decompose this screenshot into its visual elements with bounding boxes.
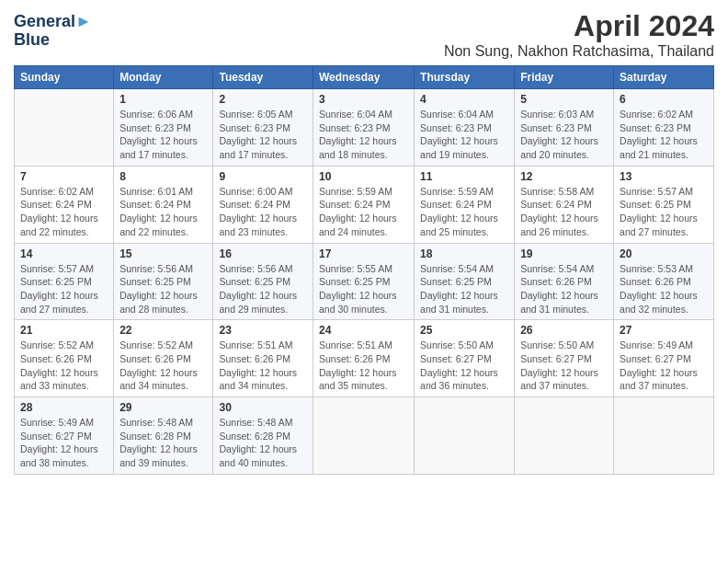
table-row: 5Sunrise: 6:03 AM Sunset: 6:23 PM Daylig…: [515, 89, 614, 167]
table-row: 25Sunrise: 5:50 AM Sunset: 6:27 PM Dayli…: [415, 320, 515, 397]
day-number: 28: [20, 401, 108, 414]
day-info: Sunrise: 6:04 AM Sunset: 6:23 PM Dayligh…: [319, 108, 408, 162]
table-row: 18Sunrise: 5:54 AM Sunset: 6:25 PM Dayli…: [415, 243, 515, 320]
table-row: 14Sunrise: 5:57 AM Sunset: 6:25 PM Dayli…: [15, 243, 114, 320]
day-number: 2: [219, 93, 307, 106]
calendar-week-row: 7Sunrise: 6:02 AM Sunset: 6:24 PM Daylig…: [15, 166, 714, 243]
day-info: Sunrise: 6:03 AM Sunset: 6:23 PM Dayligh…: [520, 108, 608, 162]
day-info: Sunrise: 5:59 AM Sunset: 6:24 PM Dayligh…: [420, 185, 508, 239]
day-info: Sunrise: 5:58 AM Sunset: 6:24 PM Dayligh…: [520, 185, 608, 239]
table-row: 28Sunrise: 5:49 AM Sunset: 6:27 PM Dayli…: [15, 397, 114, 475]
day-info: Sunrise: 5:57 AM Sunset: 6:25 PM Dayligh…: [20, 262, 108, 316]
day-number: 11: [420, 170, 508, 183]
table-row: 1Sunrise: 6:06 AM Sunset: 6:23 PM Daylig…: [114, 89, 213, 167]
day-number: 13: [620, 170, 708, 183]
table-row: 12Sunrise: 5:58 AM Sunset: 6:24 PM Dayli…: [515, 166, 614, 243]
day-info: Sunrise: 6:02 AM Sunset: 6:23 PM Dayligh…: [620, 108, 708, 162]
col-monday: Monday: [114, 66, 213, 89]
col-saturday: Saturday: [614, 66, 714, 89]
table-row: 3Sunrise: 6:04 AM Sunset: 6:23 PM Daylig…: [313, 89, 414, 167]
day-info: Sunrise: 5:49 AM Sunset: 6:27 PM Dayligh…: [620, 339, 708, 393]
table-row: 19Sunrise: 5:54 AM Sunset: 6:26 PM Dayli…: [515, 243, 614, 320]
table-row: 22Sunrise: 5:52 AM Sunset: 6:26 PM Dayli…: [114, 320, 213, 397]
page-container: General►Blue April 2024 Non Sung, Nakhon…: [0, 0, 728, 484]
table-row: 27Sunrise: 5:49 AM Sunset: 6:27 PM Dayli…: [614, 320, 714, 397]
day-number: 19: [520, 247, 608, 260]
day-info: Sunrise: 5:50 AM Sunset: 6:27 PM Dayligh…: [420, 339, 508, 393]
table-row: 2Sunrise: 6:05 AM Sunset: 6:23 PM Daylig…: [213, 89, 313, 167]
day-info: Sunrise: 5:54 AM Sunset: 6:26 PM Dayligh…: [520, 262, 608, 316]
day-number: 1: [119, 93, 207, 106]
table-row: [415, 397, 515, 475]
header: General►Blue April 2024 Non Sung, Nakhon…: [14, 9, 714, 60]
day-info: Sunrise: 5:50 AM Sunset: 6:27 PM Dayligh…: [520, 339, 608, 393]
day-info: Sunrise: 5:52 AM Sunset: 6:26 PM Dayligh…: [119, 339, 207, 393]
day-number: 8: [119, 170, 207, 183]
table-row: 21Sunrise: 5:52 AM Sunset: 6:26 PM Dayli…: [15, 320, 114, 397]
table-row: 26Sunrise: 5:50 AM Sunset: 6:27 PM Dayli…: [515, 320, 614, 397]
day-number: 12: [520, 170, 608, 183]
day-info: Sunrise: 5:59 AM Sunset: 6:24 PM Dayligh…: [319, 185, 408, 239]
calendar-week-row: 14Sunrise: 5:57 AM Sunset: 6:25 PM Dayli…: [15, 243, 714, 320]
table-row: 13Sunrise: 5:57 AM Sunset: 6:25 PM Dayli…: [614, 166, 714, 243]
calendar-week-row: 28Sunrise: 5:49 AM Sunset: 6:27 PM Dayli…: [15, 397, 714, 475]
day-info: Sunrise: 6:04 AM Sunset: 6:23 PM Dayligh…: [420, 108, 508, 162]
day-number: 18: [420, 247, 508, 260]
day-info: Sunrise: 5:56 AM Sunset: 6:25 PM Dayligh…: [219, 262, 307, 316]
day-number: 25: [420, 324, 508, 337]
day-number: 23: [219, 324, 307, 337]
day-info: Sunrise: 6:01 AM Sunset: 6:24 PM Dayligh…: [119, 185, 207, 239]
table-row: 29Sunrise: 5:48 AM Sunset: 6:28 PM Dayli…: [114, 397, 213, 475]
day-info: Sunrise: 5:51 AM Sunset: 6:26 PM Dayligh…: [219, 339, 307, 393]
col-sunday: Sunday: [15, 66, 114, 89]
day-info: Sunrise: 6:06 AM Sunset: 6:23 PM Dayligh…: [119, 108, 207, 162]
table-row: 30Sunrise: 5:48 AM Sunset: 6:28 PM Dayli…: [213, 397, 313, 475]
day-number: 14: [20, 247, 108, 260]
day-info: Sunrise: 5:48 AM Sunset: 6:28 PM Dayligh…: [119, 416, 207, 470]
table-row: 4Sunrise: 6:04 AM Sunset: 6:23 PM Daylig…: [415, 89, 515, 167]
day-info: Sunrise: 5:57 AM Sunset: 6:25 PM Dayligh…: [620, 185, 708, 239]
table-row: [313, 397, 414, 475]
day-number: 22: [119, 324, 207, 337]
col-friday: Friday: [515, 66, 614, 89]
table-row: [515, 397, 614, 475]
day-info: Sunrise: 5:51 AM Sunset: 6:26 PM Dayligh…: [319, 339, 408, 393]
table-row: 6Sunrise: 6:02 AM Sunset: 6:23 PM Daylig…: [614, 89, 714, 167]
day-number: 17: [319, 247, 408, 260]
day-info: Sunrise: 5:54 AM Sunset: 6:25 PM Dayligh…: [420, 262, 508, 316]
calendar-week-row: 1Sunrise: 6:06 AM Sunset: 6:23 PM Daylig…: [15, 89, 714, 167]
calendar-week-row: 21Sunrise: 5:52 AM Sunset: 6:26 PM Dayli…: [15, 320, 714, 397]
table-row: 9Sunrise: 6:00 AM Sunset: 6:24 PM Daylig…: [213, 166, 313, 243]
day-info: Sunrise: 5:49 AM Sunset: 6:27 PM Dayligh…: [20, 416, 108, 470]
logo: General►Blue: [14, 13, 92, 50]
day-number: 6: [620, 93, 708, 106]
day-number: 24: [319, 324, 408, 337]
calendar-table: Sunday Monday Tuesday Wednesday Thursday…: [14, 65, 714, 475]
day-info: Sunrise: 6:02 AM Sunset: 6:24 PM Dayligh…: [20, 185, 108, 239]
day-number: 26: [520, 324, 608, 337]
day-number: 3: [319, 93, 408, 106]
day-info: Sunrise: 5:53 AM Sunset: 6:26 PM Dayligh…: [620, 262, 708, 316]
table-row: [15, 89, 114, 167]
subtitle: Non Sung, Nakhon Ratchasima, Thailand: [444, 43, 714, 60]
day-info: Sunrise: 6:05 AM Sunset: 6:23 PM Dayligh…: [219, 108, 307, 162]
col-wednesday: Wednesday: [313, 66, 414, 89]
day-info: Sunrise: 5:56 AM Sunset: 6:25 PM Dayligh…: [119, 262, 207, 316]
title-area: April 2024 Non Sung, Nakhon Ratchasima, …: [444, 9, 714, 60]
day-number: 9: [219, 170, 307, 183]
day-number: 7: [20, 170, 108, 183]
day-number: 5: [520, 93, 608, 106]
table-row: 15Sunrise: 5:56 AM Sunset: 6:25 PM Dayli…: [114, 243, 213, 320]
day-number: 4: [420, 93, 508, 106]
day-info: Sunrise: 5:55 AM Sunset: 6:25 PM Dayligh…: [319, 262, 408, 316]
day-number: 27: [620, 324, 708, 337]
day-number: 29: [119, 401, 207, 414]
col-tuesday: Tuesday: [213, 66, 313, 89]
table-row: 8Sunrise: 6:01 AM Sunset: 6:24 PM Daylig…: [114, 166, 213, 243]
table-row: 11Sunrise: 5:59 AM Sunset: 6:24 PM Dayli…: [415, 166, 515, 243]
main-title: April 2024: [444, 9, 714, 43]
col-thursday: Thursday: [415, 66, 515, 89]
table-row: [614, 397, 714, 475]
day-number: 20: [620, 247, 708, 260]
day-number: 30: [219, 401, 307, 414]
